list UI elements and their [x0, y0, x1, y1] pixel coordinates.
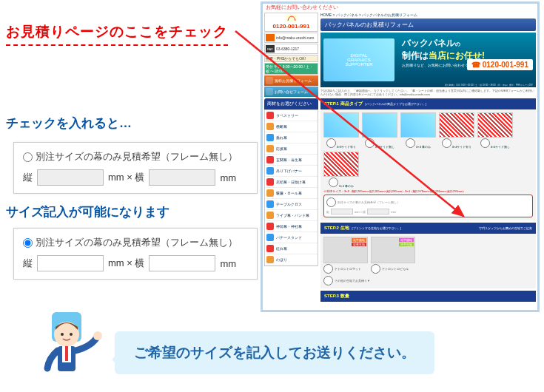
thumb-label: 3×3サイド無し [362, 138, 397, 149]
category-item[interactable]: 応援幕 [265, 143, 318, 155]
breadcrumb[interactable]: HOME > バックパネル > バックパネルのお見積りフォーム [320, 13, 536, 17]
custom-size-radio-checked[interactable] [23, 238, 33, 248]
thumb-panel [323, 152, 359, 177]
thumb-panel [323, 112, 359, 138]
height-input[interactable] [37, 255, 104, 271]
site-main: HOME > バックパネル > バックパネルのお見積りフォーム バックパネルのお… [320, 13, 536, 302]
thumb-label: 3×3 幕のみ [400, 138, 436, 149]
category-item[interactable]: テーブルクロス [265, 199, 318, 210]
size-note: ※本体サイズ：3×3（幅2,265mm×縦2,265mm×奥行295mm）3×4… [323, 189, 533, 193]
product-thumb[interactable]: 3×4サイド有り [439, 112, 474, 149]
category-item[interactable]: 暖簾・ロール幕 [265, 188, 318, 199]
fabric-1[interactable]: 化学繊維定番生地 テトロントロマット [323, 237, 368, 274]
callout-size-enabled: サイズ記入が可能になります [6, 203, 169, 220]
inquiry-form-button[interactable]: お問い合せフォーム [264, 87, 318, 97]
thumb-label: 3×3サイド有り [323, 138, 359, 149]
product-thumb[interactable]: 3×4 幕のみ [323, 152, 359, 188]
category-item[interactable]: 垂れ幕 [265, 132, 318, 143]
product-thumb[interactable]: 3×3サイド無し [362, 112, 397, 149]
mail-address: info@maku-oroshi.com [276, 36, 314, 40]
category-item[interactable]: バナースタンド [265, 232, 318, 243]
top-note: お気軽にお問い合わせください [266, 4, 338, 11]
hero-banner: DIGITALGRAPHICSSUPPORTER バックパネルの 制作は当店にお… [320, 33, 536, 87]
site-height-input[interactable] [331, 209, 353, 214]
fax-note: 携帯・PHSからでもOK! [266, 56, 306, 61]
custom-size-option-label: 別注サイズの幕のみ見積希望（フレーム無し） [36, 236, 238, 249]
hero-hours: 受付時間｜平日 9:00〜20:00 / 土・祝 10:00〜18:00（日・休… [445, 84, 533, 87]
fax-number: 03-6380-1217 [276, 47, 299, 51]
label-mm: mm [220, 258, 236, 269]
category-icon [266, 145, 274, 152]
category-icon [266, 189, 274, 197]
custom-size-option-label: 別注サイズの幕のみ見積希望（フレーム無し） [36, 150, 238, 163]
custom-size-radio[interactable] [23, 152, 33, 162]
category-icon [266, 134, 274, 141]
product-thumbs: 3×3サイド有り 3×3サイド無し 3×3 幕のみ 3×4サイド有り 3×4サイ… [323, 112, 533, 188]
speech-bubble: ご希望のサイズを記入してお送りください。 [115, 331, 434, 374]
category-item[interactable]: 店頭幕・日除け幕 [265, 177, 318, 188]
category-item[interactable]: ライブ幕・バンド幕 [265, 210, 318, 221]
thumb-panel [477, 112, 513, 138]
mail-icon [266, 34, 275, 41]
category-item[interactable]: 横断幕 [265, 121, 318, 132]
fabric-2-radio[interactable] [371, 264, 380, 274]
category-item[interactable]: 吊り下げバナー [265, 166, 318, 177]
product-thumb[interactable]: 3×3サイド有り [323, 112, 359, 149]
category-icon [266, 123, 274, 130]
svg-point-3 [61, 333, 64, 336]
category-item[interactable]: 神前幕・神社幕 [265, 221, 318, 232]
fabric-1-radio[interactable] [323, 264, 333, 274]
callout-check-here: お見積りページのここをチェック [6, 22, 228, 46]
phone-number: 0120-001-991 [266, 23, 316, 30]
category-icon [266, 178, 274, 186]
category-icon [266, 256, 274, 263]
site-custom-radio[interactable] [326, 197, 336, 207]
site-screenshot: お気軽にお問い合わせください 0120-001-991 info@maku-or… [261, 1, 540, 312]
svg-point-8 [93, 331, 102, 340]
label-tate: 縦 [23, 171, 33, 184]
category-item[interactable]: タペストリー [265, 110, 318, 121]
fax-row: FAX03-6380-1217 [264, 44, 318, 54]
fabric-2[interactable]: 化学繊維薄手生地 テトロントロピカル [371, 237, 415, 274]
product-thumb[interactable]: 3×3 幕のみ [400, 112, 436, 149]
hero-panel-graphic: DIGITALGRAPHICSSUPPORTER [323, 38, 394, 81]
category-icon [266, 245, 274, 252]
thumb-panel [362, 112, 397, 138]
product-thumb[interactable]: 3×4サイド無し [477, 112, 513, 149]
hours-text: 受付 平日 9:00〜20:00 / 土・祝 〜18:00 [266, 64, 317, 73]
thumb-panel [400, 112, 436, 138]
width-input-disabled [149, 169, 215, 186]
mascot-illustration [30, 309, 104, 383]
svg-point-4 [70, 333, 73, 336]
custom-size-box-disabled: 別注サイズの幕のみ見積希望（フレーム無し） 縦 mm × 横 mm [13, 142, 258, 194]
category-icon [266, 156, 274, 163]
step1-header: STEP.1 商品タイプ [バックパネルの商品タイプをお選び下さい。] [320, 98, 536, 109]
category-item[interactable]: 紅白幕 [265, 243, 318, 254]
hours-row: 受付 平日 9:00〜20:00 / 土・祝 〜18:00 [264, 63, 318, 75]
category-icon [266, 112, 274, 119]
step-2: STEP.2 生地 [プリントする生地をお選び下さい。]専門スタッフからお薦めの… [320, 223, 536, 288]
category-item[interactable]: のぼり [265, 254, 318, 266]
height-input-disabled [37, 169, 104, 186]
category-item[interactable]: 玄関幕・養生幕 [265, 155, 318, 166]
category-list: タペストリー横断幕垂れ幕応援幕玄関幕・養生幕吊り下げバナー店頭幕・日除け幕暖簾・… [264, 109, 318, 266]
category-icon [266, 212, 274, 219]
quote-form-button[interactable]: 無料お見積りフォーム [264, 75, 318, 86]
mail-row[interactable]: info@maku-oroshi.com [264, 33, 318, 43]
page-title: バックパネルのお見積りフォーム [320, 18, 536, 31]
tel-box: 0120-001-991 [264, 13, 318, 32]
callout-when-checked: チェックを入れると… [6, 115, 132, 132]
width-input[interactable] [149, 255, 215, 271]
form-note: 下記項目をご記入の上、「確認画面へ」をクリックしてください。「幕・シートの部」担… [320, 89, 536, 96]
category-icon [266, 200, 274, 208]
phone-icon [286, 15, 298, 22]
thumb-label: 3×4サイド有り [439, 138, 474, 149]
site-custom-option-label: 別注サイズの幕のみ見積希望（フレーム無し） [338, 200, 400, 204]
fax-note-row: 携帯・PHSからでもOK! [264, 55, 318, 62]
site-width-input[interactable] [367, 209, 389, 214]
other-fabric[interactable]: その他の生地でお見積り▼ [323, 276, 533, 285]
thumb-panel [439, 112, 474, 138]
fax-icon: FAX [266, 45, 275, 53]
category-header: 商材をお選びください [264, 98, 318, 109]
label-mm: mm [220, 172, 236, 183]
